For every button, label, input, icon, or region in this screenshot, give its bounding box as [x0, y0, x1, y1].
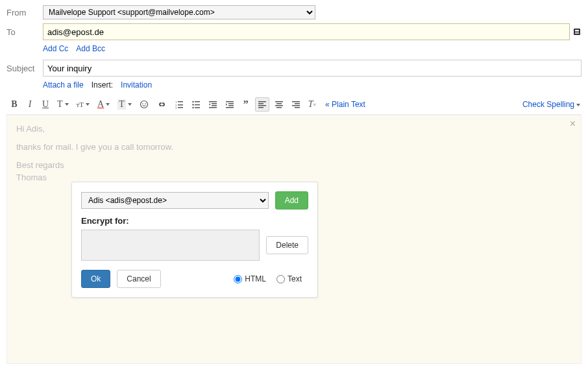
add-bcc-link[interactable]: Add Bcc [76, 44, 105, 53]
svg-rect-30 [258, 107, 263, 108]
svg-rect-16 [195, 104, 200, 106]
from-label: From [6, 8, 43, 18]
indent-button[interactable] [223, 97, 237, 112]
add-recipient-button[interactable]: Add [275, 191, 308, 209]
attach-file-link[interactable]: Attach a file [43, 80, 84, 90]
svg-rect-10 [178, 104, 183, 106]
body-line: Hi Adis, [16, 123, 572, 135]
svg-point-6 [145, 103, 146, 104]
link-button[interactable] [154, 97, 169, 112]
format-html-radio[interactable] [234, 275, 242, 283]
close-icon[interactable]: × [570, 118, 576, 130]
subject-label: Subject [6, 64, 43, 73]
format-text-label[interactable]: Text [276, 274, 302, 283]
svg-rect-34 [276, 107, 282, 108]
align-center-button[interactable] [272, 97, 286, 112]
svg-rect-14 [195, 101, 200, 102]
plain-text-link[interactable]: « Plain Text [325, 100, 365, 109]
attach-row: Attach a file Insert: Invitation [43, 80, 582, 90]
numbered-list-button[interactable]: 123 [172, 97, 186, 112]
formatting-toolbar: B I U T тT A T 123 ” T× « Plain Text Che… [6, 95, 582, 115]
svg-rect-22 [209, 107, 217, 108]
encrypt-for-label: Encrypt for: [81, 216, 308, 226]
check-spelling-link[interactable]: Check Spelling [522, 100, 580, 109]
subject-input[interactable] [43, 60, 582, 77]
highlight-button[interactable]: T [115, 97, 134, 112]
italic-button[interactable]: I [23, 97, 36, 112]
svg-rect-19 [209, 101, 217, 102]
underline-button[interactable]: U [39, 97, 52, 112]
emoji-button[interactable] [137, 97, 151, 112]
svg-rect-23 [226, 101, 234, 102]
svg-rect-35 [292, 101, 300, 102]
to-input[interactable] [43, 23, 570, 40]
insert-invitation-link[interactable]: Invitation [121, 80, 152, 90]
svg-rect-28 [258, 103, 263, 104]
svg-point-13 [192, 101, 193, 102]
subject-row: Subject [6, 60, 582, 77]
svg-rect-26 [226, 107, 234, 108]
svg-rect-18 [195, 107, 200, 108]
font-size-button[interactable]: тT [74, 97, 93, 112]
cc-bcc-links: Add Cc Add Bcc [43, 44, 582, 53]
align-right-button[interactable] [289, 97, 303, 112]
svg-rect-20 [212, 103, 217, 104]
svg-rect-31 [275, 101, 283, 102]
svg-rect-25 [228, 105, 234, 106]
svg-rect-1 [575, 30, 579, 31]
font-family-button[interactable]: T [55, 97, 71, 112]
format-text-radio[interactable] [276, 275, 285, 283]
svg-rect-21 [212, 105, 217, 106]
insert-label: Insert: [92, 80, 113, 90]
from-select[interactable]: Mailvelope Support <support@mailvelope.c… [43, 5, 315, 19]
contact-picker-icon[interactable] [572, 27, 582, 36]
svg-rect-38 [295, 107, 300, 108]
svg-rect-32 [276, 103, 282, 104]
body-line: Best regards Thomas [16, 160, 572, 183]
cancel-button[interactable]: Cancel [117, 270, 160, 288]
svg-rect-24 [228, 103, 234, 104]
ok-button[interactable]: Ok [81, 270, 110, 288]
recipient-row: Adis <adis@epost.de> Add [81, 191, 308, 209]
outdent-button[interactable] [206, 97, 220, 112]
svg-point-15 [192, 104, 193, 105]
svg-rect-3 [575, 33, 579, 34]
add-cc-link[interactable]: Add Cc [43, 44, 68, 53]
svg-text:3: 3 [175, 106, 177, 109]
body-line: thanks for mail. I give you a call tomor… [16, 141, 572, 153]
encrypt-list-row: Delete [81, 230, 308, 261]
remove-formatting-button[interactable]: T× [306, 97, 319, 112]
svg-rect-29 [258, 105, 266, 106]
to-row: To [6, 23, 582, 40]
recipient-select[interactable]: Adis <adis@epost.de> [81, 192, 269, 209]
format-html-label[interactable]: HTML [234, 274, 266, 283]
bold-button[interactable]: B [8, 97, 21, 112]
from-row: From Mailvelope Support <support@mailvel… [6, 5, 582, 19]
quote-button[interactable]: ” [239, 97, 252, 112]
svg-rect-12 [178, 107, 183, 108]
svg-point-5 [142, 103, 143, 104]
svg-rect-33 [275, 105, 283, 106]
to-label: To [6, 27, 43, 37]
svg-rect-27 [258, 101, 266, 102]
align-left-button[interactable] [255, 97, 269, 112]
svg-rect-8 [178, 101, 183, 102]
encrypt-for-list[interactable] [81, 230, 260, 261]
bullet-list-button[interactable] [189, 97, 203, 112]
format-radios: HTML Text [234, 274, 302, 283]
svg-point-4 [140, 101, 147, 108]
svg-rect-37 [292, 105, 300, 106]
svg-point-17 [192, 107, 193, 108]
dialog-footer: Ok Cancel HTML Text [81, 270, 308, 288]
encrypt-dialog: Adis <adis@epost.de> Add Encrypt for: De… [71, 182, 318, 298]
delete-recipient-button[interactable]: Delete [266, 236, 308, 254]
svg-rect-36 [295, 103, 300, 104]
font-color-button[interactable]: A [95, 97, 112, 112]
svg-rect-2 [575, 32, 579, 32]
